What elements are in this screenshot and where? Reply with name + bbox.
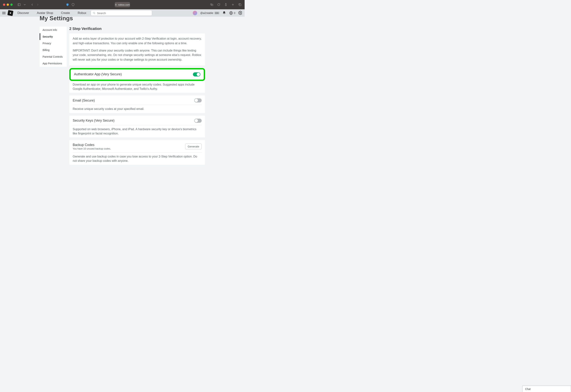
fullscreen-window-icon[interactable] [10, 3, 13, 6]
sidebar-toggle-icon[interactable] [17, 3, 21, 6]
sidebar-item-privacy[interactable]: Privacy [40, 40, 67, 47]
search-icon [93, 12, 96, 15]
svg-marker-12 [230, 12, 232, 14]
sidebar-item-label: Privacy [43, 42, 51, 45]
page-title: My Settings [40, 15, 205, 22]
authenticator-desc: Download an app on your phone to generat… [73, 82, 202, 91]
menu-icon[interactable] [2, 12, 6, 14]
nav-robux[interactable]: Robux [78, 11, 86, 15]
generate-button[interactable]: Generate [185, 144, 202, 149]
new-tab-icon[interactable] [231, 3, 235, 6]
translate-icon[interactable] [210, 3, 213, 6]
notifications-icon[interactable] [222, 11, 226, 15]
sidebar-item-parental-controls[interactable]: Parental Controls [40, 53, 67, 60]
backup-title: Backup Codes [73, 143, 111, 147]
svg-rect-8 [239, 4, 241, 6]
authenticator-panel: Authenticator App (Very Secure) [69, 68, 205, 81]
url-text: roblox.com [118, 3, 130, 6]
email-title: Email (Secure) [73, 99, 95, 102]
lock-icon [115, 3, 117, 6]
backup-codes-panel: Backup Codes You have 10 unused backup c… [69, 140, 205, 165]
avatar[interactable] [193, 11, 197, 15]
authenticator-desc-panel: Download an app on your phone to generat… [69, 81, 205, 93]
svg-point-9 [93, 12, 95, 14]
sidebar-item-billing[interactable]: Billing [40, 47, 67, 53]
browser-chrome: roblox.com [0, 0, 245, 9]
intro-panel: Add an extra layer of protection to your… [69, 33, 205, 65]
security-keys-toggle[interactable] [194, 119, 202, 123]
minimize-window-icon[interactable] [7, 3, 9, 6]
nav-avatar-shop[interactable]: Avatar Shop [37, 11, 53, 15]
back-icon[interactable] [30, 3, 34, 6]
backup-subtitle: You have 10 unused backup codes. [73, 147, 111, 150]
email-panel: Email (Secure) Receive unique security c… [69, 95, 205, 113]
sidebar-item-security[interactable]: Security [40, 33, 67, 40]
nav-discover[interactable]: Discover [17, 11, 29, 15]
sidebar-item-label: Billing [43, 48, 49, 52]
settings-gear-icon[interactable] [238, 11, 242, 15]
svg-point-13 [240, 12, 241, 13]
roblox-logo-icon[interactable] [7, 10, 13, 16]
forward-icon[interactable] [36, 3, 39, 6]
robux-count: 0 [234, 12, 235, 15]
security-keys-desc: Supported on web browsers, iPhone, and i… [73, 127, 202, 136]
tracking-shield-icon[interactable] [71, 3, 75, 6]
security-keys-title: Security Keys (Very Secure) [73, 119, 114, 123]
email-toggle[interactable] [194, 98, 202, 102]
sidebar-item-account-info[interactable]: Account Info [40, 27, 67, 33]
close-window-icon[interactable] [3, 3, 5, 6]
section-title: 2 Step Verification [69, 27, 205, 31]
window-controls[interactable] [3, 3, 13, 6]
tabs-icon[interactable] [238, 3, 242, 6]
backup-desc: Generate and use backup codes in case yo… [73, 154, 202, 163]
sidebar-item-label: Parental Controls [43, 55, 63, 58]
nav-links: Discover Avatar Shop Create Robux [17, 11, 86, 15]
email-desc: Receive unique security codes at your sp… [73, 107, 202, 111]
sidebar-item-app-permissions[interactable]: App Permissions [40, 60, 67, 67]
svg-line-10 [95, 13, 95, 14]
svg-rect-2 [115, 5, 116, 6]
chevron-down-icon[interactable] [23, 3, 26, 6]
robux-icon [229, 11, 233, 15]
sidebar-item-label: Account Info [43, 29, 57, 31]
settings-sidebar: Account Info Security Privacy Billing Pa… [40, 27, 67, 67]
sidebar-item-label: App Permissions [43, 62, 62, 65]
search-input[interactable] [97, 12, 150, 15]
username[interactable]: @ai2stable [200, 12, 213, 15]
robux-balance[interactable]: 0 [229, 11, 235, 15]
intro-text-2: IMPORTANT: Don't share your security cod… [73, 48, 202, 62]
intro-text-1: Add an extra layer of protection to your… [73, 36, 202, 46]
svg-marker-11 [229, 12, 233, 15]
age-badge: 13+ [214, 12, 219, 14]
security-keys-panel: Security Keys (Very Secure) Supported on… [69, 116, 205, 137]
url-bar[interactable]: roblox.com [115, 2, 130, 7]
nav-create[interactable]: Create [61, 11, 70, 15]
svg-rect-0 [18, 3, 20, 6]
authenticator-toggle[interactable] [193, 72, 200, 76]
sidebar-item-label: Security [43, 35, 53, 38]
privacy-shield-icon[interactable] [66, 3, 69, 6]
reload-icon[interactable] [217, 3, 220, 6]
share-icon[interactable] [224, 3, 228, 6]
authenticator-title: Authenticator App (Very Secure) [74, 72, 122, 76]
